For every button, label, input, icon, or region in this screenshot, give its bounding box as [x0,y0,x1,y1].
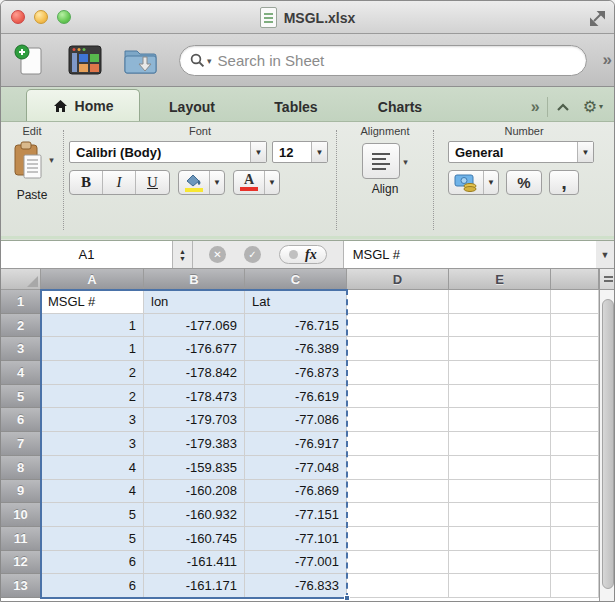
cell-C3[interactable]: -76.389 [245,337,347,361]
cell-E4[interactable] [449,361,551,385]
cell-D2[interactable] [347,314,449,338]
cell-D13[interactable] [347,574,449,598]
underline-button[interactable]: U [136,171,169,194]
formula-bar-dropdown-arrow[interactable]: ▼ [596,241,614,268]
cell-F2[interactable] [551,314,599,338]
name-box-stepper[interactable]: ▲▼ [173,241,193,268]
fill-color-button[interactable] [179,171,209,194]
cell-E12[interactable] [449,551,551,575]
cell-E5[interactable] [449,385,551,409]
number-format-combo[interactable]: General▼ [448,141,594,163]
paste-button[interactable] [10,141,46,185]
search-scope-arrow-icon[interactable]: ▾ [207,56,212,66]
row-header-11[interactable]: 11 [1,527,41,551]
cell-C1[interactable]: Lat [245,290,347,314]
cell-A2[interactable]: 1 [41,314,144,338]
cell-F8[interactable] [551,456,599,480]
tabs-overflow-chevron[interactable]: » [524,92,545,121]
cell-C10[interactable]: -77.151 [245,503,347,527]
percent-style-button[interactable]: % [506,170,542,195]
collapse-ribbon-button[interactable] [550,92,576,121]
cell-D9[interactable] [347,480,449,504]
cell-E13[interactable] [449,574,551,598]
cell-A10[interactable]: 5 [41,503,144,527]
comma-style-button[interactable]: , [549,170,579,195]
cell-B8[interactable]: -159.835 [144,456,245,480]
cell-F11[interactable] [551,527,599,551]
cell-D4[interactable] [347,361,449,385]
toolbar-overflow-chevron[interactable]: » [603,50,610,70]
align-dropdown-arrow[interactable]: ▾ [403,157,408,167]
font-size-combo[interactable]: 12▼ [272,141,328,163]
cell-A5[interactable]: 2 [41,385,144,409]
cell-E7[interactable] [449,432,551,456]
cell-B5[interactable]: -178.473 [144,385,245,409]
cell-E9[interactable] [449,480,551,504]
cell-D7[interactable] [347,432,449,456]
cancel-entry-icon[interactable]: ✕ [209,246,226,263]
cell-C12[interactable]: -77.001 [245,551,347,575]
cell-A6[interactable]: 3 [41,408,144,432]
cell-F5[interactable] [551,385,599,409]
cell-B1[interactable]: lon [144,290,245,314]
column-header-e[interactable]: E [449,269,551,290]
cell-B10[interactable]: -160.932 [144,503,245,527]
chevron-down-icon[interactable]: ▼ [250,142,266,162]
column-header-c[interactable]: C [245,269,347,290]
chevron-down-icon[interactable]: ▼ [577,142,593,162]
insert-function-button[interactable]: fx [279,245,327,264]
formula-input[interactable]: MSGL # [343,241,596,268]
cell-C2[interactable]: -76.715 [245,314,347,338]
row-header-1[interactable]: 1 [1,290,41,314]
cell-C5[interactable]: -76.619 [245,385,347,409]
fullscreen-toggle-icon[interactable] [588,9,606,27]
cell-B2[interactable]: -177.069 [144,314,245,338]
tab-tables[interactable]: Tables [244,92,348,121]
row-header-13[interactable]: 13 [1,574,41,598]
cell-F12[interactable] [551,551,599,575]
cell-A3[interactable]: 1 [41,337,144,361]
name-box[interactable]: A1 [1,241,173,268]
cell-B12[interactable]: -161.411 [144,551,245,575]
cell-A7[interactable]: 3 [41,432,144,456]
cell-B13[interactable]: -161.171 [144,574,245,598]
currency-format-button[interactable] [449,171,483,194]
scrollbar-split-handle[interactable] [600,269,615,290]
bold-button[interactable]: B [70,171,103,194]
tab-charts[interactable]: Charts [348,92,452,121]
row-header-3[interactable]: 3 [1,337,41,361]
fill-color-dropdown-arrow[interactable]: ▼ [209,171,224,194]
cell-B9[interactable]: -160.208 [144,480,245,504]
cell-F6[interactable] [551,408,599,432]
row-header-8[interactable]: 8 [1,456,41,480]
tab-layout[interactable]: Layout [140,92,244,121]
cell-F3[interactable] [551,337,599,361]
cell-F9[interactable] [551,480,599,504]
new-workbook-button[interactable] [9,42,49,78]
cell-F4[interactable] [551,361,599,385]
cell-D1[interactable] [347,290,449,314]
open-file-button[interactable] [121,42,161,78]
align-button[interactable] [362,143,400,179]
row-header-12[interactable]: 12 [1,551,41,575]
row-header-7[interactable]: 7 [1,432,41,456]
cell-C11[interactable]: -77.101 [245,527,347,551]
vertical-scrollbar-thumb[interactable] [602,299,614,589]
cell-C13[interactable]: -76.833 [245,574,347,598]
cell-F1[interactable] [551,290,599,314]
cell-F7[interactable] [551,432,599,456]
cell-B3[interactable]: -176.677 [144,337,245,361]
italic-button[interactable]: I [103,171,136,194]
cell-A11[interactable]: 5 [41,527,144,551]
cell-B4[interactable]: -178.842 [144,361,245,385]
cell-C7[interactable]: -76.917 [245,432,347,456]
cell-D3[interactable] [347,337,449,361]
row-header-10[interactable]: 10 [1,503,41,527]
search-field[interactable]: ▾ [179,45,587,76]
cell-F13[interactable] [551,574,599,598]
column-header-partial[interactable] [551,269,599,290]
cell-B11[interactable]: -160.745 [144,527,245,551]
cell-D8[interactable] [347,456,449,480]
vertical-scrollbar[interactable] [599,269,615,602]
column-header-b[interactable]: B [144,269,245,290]
